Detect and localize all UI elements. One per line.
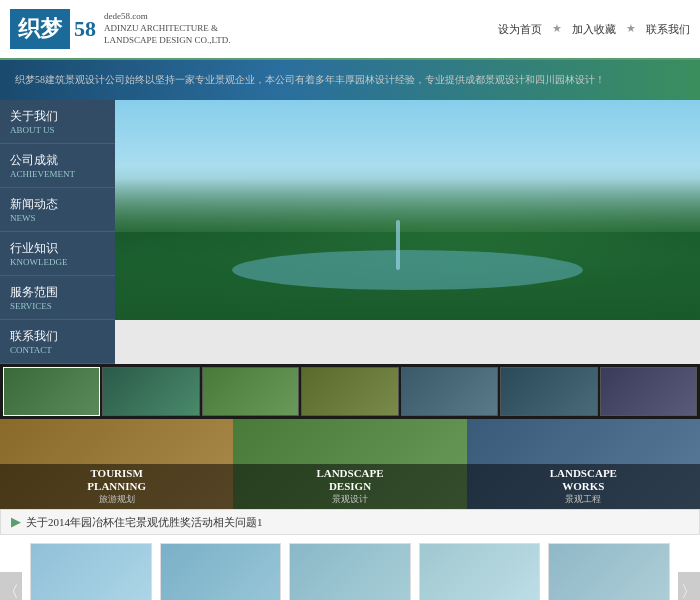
hero-landscape-bg [115,100,700,320]
sidebar-label-en: CONTACT [10,345,105,355]
hero-trees [115,166,700,320]
sidebar-item-contact[interactable]: 联系我们 CONTACT [0,320,115,364]
carousel-card-5[interactable]: 汉中亚太水平 [548,543,670,600]
feature-landscape-design[interactable]: LANDSCAPE DESIGN 景观设计 [233,419,466,509]
main-area: 关于我们 ABOUT US 公司成就 ACHIEVEMENT 新闻动态 NEWS… [0,100,700,364]
hero-fountain [396,220,400,270]
carousel-card-3[interactable]: 伯岱国际 [289,543,411,600]
thumb-6[interactable] [500,367,597,416]
sidebar-label-cn: 公司成就 [10,152,105,169]
feature-cn1: 旅游规划 [5,493,228,506]
carousel-img-4 [419,543,541,600]
nav-sep1: ★ [552,22,562,37]
feature-en3-line1: LANDSCAPE [472,467,695,480]
carousel-card-1[interactable]: 汉中亚太水平 [30,543,152,600]
feature-landscape-works[interactable]: LANDSCAPE WORKS 景观工程 [467,419,700,509]
sidebar-label-cn: 联系我们 [10,328,105,345]
nav-sep2: ★ [626,22,636,37]
feature-label-3: LANDSCAPE WORKS 景观工程 [467,464,700,509]
thumb-7[interactable] [600,367,697,416]
thumb-4[interactable] [301,367,398,416]
sidebar: 关于我们 ABOUT US 公司成就 ACHIEVEMENT 新闻动态 NEWS… [0,100,115,364]
carousel-next-button[interactable]: 〉 [678,572,700,600]
news-ticker: ▶ 关于2014年园冶杯住宅景观优胜奖活动相关问题1 [0,509,700,535]
sidebar-label-en: ABOUT US [10,125,105,135]
feature-tourism[interactable]: TOURISM PLANNING 旅游规划 [0,419,233,509]
thumb-2[interactable] [102,367,199,416]
header: 织梦 58 dede58.com ADINZU ARCHITECTURE & L… [0,0,700,60]
thumb-5[interactable] [401,367,498,416]
sidebar-item-services[interactable]: 服务范围 SERVICES [0,276,115,320]
sidebar-label-en: KNOWLEDGE [10,257,105,267]
carousel-prev-button[interactable]: 〈 [0,572,22,600]
feature-cn3: 景观工程 [472,493,695,506]
sidebar-label-en: ACHIEVEMENT [10,169,105,179]
nav-home[interactable]: 设为首页 [498,22,542,37]
sidebar-label-en: SERVICES [10,301,105,311]
feature-en2-line2: DESIGN [238,480,461,493]
ticker-text: 关于2014年园冶杯住宅景观优胜奖活动相关问题1 [26,515,689,530]
carousel-section: 〈 汉中亚太水平 马尔康健康绿系统 伯岱国际 西州雪山日月水 汉中亚太水平 〉 [0,535,700,600]
logo-58: 58 [74,16,96,42]
sidebar-item-news[interactable]: 新闻动态 NEWS [0,188,115,232]
logo-sub: dede58.com ADINZU ARCHITECTURE & LANDSCA… [104,11,230,46]
sidebar-item-about[interactable]: 关于我们 ABOUT US [0,100,115,144]
feature-label-1: TOURISM PLANNING 旅游规划 [0,464,233,509]
carousel-inner: 汉中亚太水平 马尔康健康绿系统 伯岱国际 西州雪山日月水 汉中亚太水平 [0,543,700,600]
sidebar-label-cn: 行业知识 [10,240,105,257]
nav-contact[interactable]: 联系我们 [646,22,690,37]
sidebar-label-cn: 服务范围 [10,284,105,301]
thumb-3[interactable] [202,367,299,416]
hero-water [232,250,583,290]
header-nav: 设为首页 ★ 加入收藏 ★ 联系我们 [498,22,690,37]
hero-image [115,100,700,320]
carousel-card-4[interactable]: 西州雪山日月水 [419,543,541,600]
logo: 织梦 58 dede58.com ADINZU ARCHITECTURE & L… [10,9,230,49]
feature-label-2: LANDSCAPE DESIGN 景观设计 [233,464,466,509]
feature-en1-line1: TOURISM [5,467,228,480]
banner-text: 织梦58建筑景观设计公司始终以坚持一家专业景观企业，本公司有着多年丰厚园林设计经… [15,73,685,87]
top-banner: 织梦58建筑景观设计公司始终以坚持一家专业景观企业，本公司有着多年丰厚园林设计经… [0,60,700,100]
ticker-icon: ▶ [11,514,21,530]
feature-row: TOURISM PLANNING 旅游规划 LANDSCAPE DESIGN 景… [0,419,700,509]
feature-en3-line2: WORKS [472,480,695,493]
feature-en1-line2: PLANNING [5,480,228,493]
logo-zf: 织梦 [10,9,70,49]
carousel-img-2 [160,543,282,600]
feature-en2-line1: LANDSCAPE [238,467,461,480]
thumbnail-strip [0,364,700,419]
sidebar-item-achievement[interactable]: 公司成就 ACHIEVEMENT [0,144,115,188]
sidebar-label-en: NEWS [10,213,105,223]
carousel-img-3 [289,543,411,600]
sidebar-label-cn: 新闻动态 [10,196,105,213]
thumb-1[interactable] [3,367,100,416]
feature-cn2: 景观设计 [238,493,461,506]
carousel-img-1 [30,543,152,600]
sidebar-item-knowledge[interactable]: 行业知识 KNOWLEDGE [0,232,115,276]
nav-add[interactable]: 加入收藏 [572,22,616,37]
sidebar-label-cn: 关于我们 [10,108,105,125]
carousel-img-5 [548,543,670,600]
carousel-card-2[interactable]: 马尔康健康绿系统 [160,543,282,600]
